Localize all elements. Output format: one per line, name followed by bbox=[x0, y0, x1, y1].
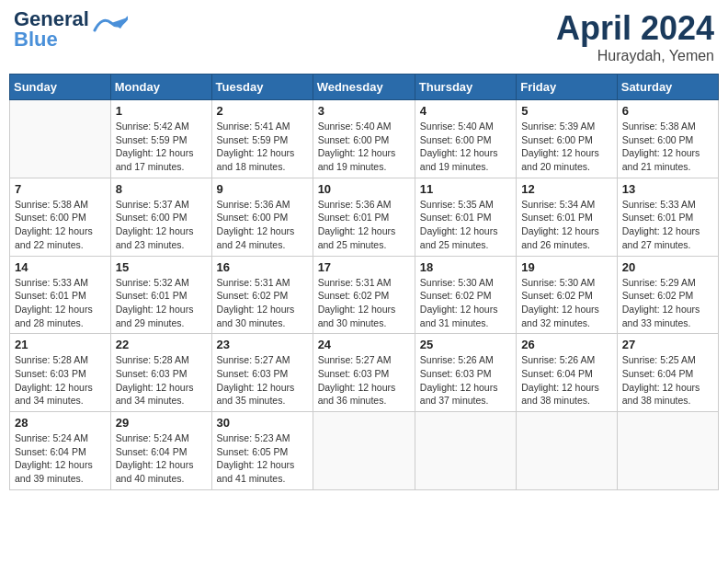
day-number: 10 bbox=[318, 182, 410, 196]
day-info: Sunrise: 5:24 AM Sunset: 6:04 PM Dayligh… bbox=[15, 431, 106, 486]
day-number: 2 bbox=[217, 104, 308, 118]
logo: General Blue bbox=[14, 9, 128, 50]
day-number: 8 bbox=[116, 182, 207, 196]
day-info: Sunrise: 5:26 AM Sunset: 6:04 PM Dayligh… bbox=[521, 353, 612, 408]
table-row: 3Sunrise: 5:40 AM Sunset: 6:00 PM Daylig… bbox=[313, 100, 415, 178]
day-info: Sunrise: 5:35 AM Sunset: 6:01 PM Dayligh… bbox=[420, 198, 511, 252]
day-info: Sunrise: 5:24 AM Sunset: 6:04 PM Dayligh… bbox=[116, 431, 207, 486]
day-info: Sunrise: 5:34 AM Sunset: 6:01 PM Dayligh… bbox=[521, 198, 612, 252]
day-number: 3 bbox=[318, 104, 410, 118]
day-info: Sunrise: 5:32 AM Sunset: 6:01 PM Dayligh… bbox=[116, 276, 207, 330]
location: Huraydah, Yemen bbox=[556, 48, 714, 64]
table-row: 16Sunrise: 5:31 AM Sunset: 6:02 PM Dayli… bbox=[211, 256, 313, 334]
day-number: 27 bbox=[622, 338, 713, 351]
day-number: 29 bbox=[116, 416, 207, 430]
day-info: Sunrise: 5:31 AM Sunset: 6:02 PM Dayligh… bbox=[217, 276, 308, 330]
table-row: 7Sunrise: 5:38 AM Sunset: 6:00 PM Daylig… bbox=[10, 178, 111, 256]
col-tuesday: Tuesday bbox=[211, 75, 313, 100]
calendar-week-row: 7Sunrise: 5:38 AM Sunset: 6:00 PM Daylig… bbox=[10, 178, 719, 256]
table-row: 5Sunrise: 5:39 AM Sunset: 6:00 PM Daylig… bbox=[517, 100, 618, 178]
calendar-week-row: 21Sunrise: 5:28 AM Sunset: 6:03 PM Dayli… bbox=[10, 334, 719, 412]
day-info: Sunrise: 5:36 AM Sunset: 6:00 PM Dayligh… bbox=[217, 198, 308, 252]
day-info: Sunrise: 5:26 AM Sunset: 6:03 PM Dayligh… bbox=[420, 353, 511, 408]
day-info: Sunrise: 5:29 AM Sunset: 6:02 PM Dayligh… bbox=[622, 276, 713, 330]
col-saturday: Saturday bbox=[617, 75, 718, 100]
table-row: 8Sunrise: 5:37 AM Sunset: 6:00 PM Daylig… bbox=[110, 178, 211, 256]
table-row: 14Sunrise: 5:33 AM Sunset: 6:01 PM Dayli… bbox=[10, 256, 111, 334]
day-info: Sunrise: 5:38 AM Sunset: 6:00 PM Dayligh… bbox=[15, 198, 106, 252]
day-info: Sunrise: 5:33 AM Sunset: 6:01 PM Dayligh… bbox=[15, 276, 106, 330]
day-info: Sunrise: 5:23 AM Sunset: 6:05 PM Dayligh… bbox=[217, 431, 308, 486]
col-wednesday: Wednesday bbox=[313, 75, 415, 100]
day-info: Sunrise: 5:25 AM Sunset: 6:04 PM Dayligh… bbox=[622, 353, 713, 408]
day-number: 30 bbox=[217, 416, 308, 430]
table-row: 23Sunrise: 5:27 AM Sunset: 6:03 PM Dayli… bbox=[211, 334, 313, 412]
day-info: Sunrise: 5:39 AM Sunset: 6:00 PM Dayligh… bbox=[521, 120, 612, 174]
table-row: 25Sunrise: 5:26 AM Sunset: 6:03 PM Dayli… bbox=[415, 334, 516, 412]
day-number: 17 bbox=[318, 260, 410, 274]
day-number: 26 bbox=[521, 338, 612, 351]
day-number: 12 bbox=[521, 182, 612, 196]
day-number: 5 bbox=[521, 104, 612, 118]
day-info: Sunrise: 5:37 AM Sunset: 6:00 PM Dayligh… bbox=[116, 198, 207, 252]
day-info: Sunrise: 5:30 AM Sunset: 6:02 PM Dayligh… bbox=[420, 276, 511, 330]
table-row: 26Sunrise: 5:26 AM Sunset: 6:04 PM Dayli… bbox=[517, 334, 618, 412]
calendar-header-row: Sunday Monday Tuesday Wednesday Thursday… bbox=[10, 75, 719, 100]
day-number: 11 bbox=[420, 182, 511, 196]
logo-general: General bbox=[14, 9, 89, 29]
table-row: 4Sunrise: 5:40 AM Sunset: 6:00 PM Daylig… bbox=[415, 100, 516, 178]
col-friday: Friday bbox=[517, 75, 618, 100]
table-row: 21Sunrise: 5:28 AM Sunset: 6:03 PM Dayli… bbox=[10, 334, 111, 412]
day-info: Sunrise: 5:36 AM Sunset: 6:01 PM Dayligh… bbox=[318, 198, 410, 252]
day-number: 6 bbox=[622, 104, 713, 118]
table-row bbox=[415, 412, 516, 490]
day-info: Sunrise: 5:28 AM Sunset: 6:03 PM Dayligh… bbox=[116, 353, 207, 408]
table-row: 20Sunrise: 5:29 AM Sunset: 6:02 PM Dayli… bbox=[617, 256, 718, 334]
day-number: 7 bbox=[15, 182, 106, 196]
col-monday: Monday bbox=[110, 75, 211, 100]
calendar-table: Sunday Monday Tuesday Wednesday Thursday… bbox=[9, 74, 719, 490]
calendar-week-row: 28Sunrise: 5:24 AM Sunset: 6:04 PM Dayli… bbox=[10, 412, 719, 490]
col-sunday: Sunday bbox=[10, 75, 111, 100]
table-row: 22Sunrise: 5:28 AM Sunset: 6:03 PM Dayli… bbox=[110, 334, 211, 412]
day-info: Sunrise: 5:28 AM Sunset: 6:03 PM Dayligh… bbox=[15, 353, 106, 408]
day-info: Sunrise: 5:31 AM Sunset: 6:02 PM Dayligh… bbox=[318, 276, 410, 330]
day-number: 4 bbox=[420, 104, 511, 118]
logo-icon bbox=[93, 14, 128, 34]
col-thursday: Thursday bbox=[415, 75, 516, 100]
day-number: 14 bbox=[15, 260, 106, 274]
table-row: 6Sunrise: 5:38 AM Sunset: 6:00 PM Daylig… bbox=[617, 100, 718, 178]
day-number: 19 bbox=[521, 260, 612, 274]
day-number: 23 bbox=[217, 338, 308, 351]
table-row bbox=[617, 412, 718, 490]
day-number: 28 bbox=[15, 416, 106, 430]
table-row: 12Sunrise: 5:34 AM Sunset: 6:01 PM Dayli… bbox=[517, 178, 618, 256]
day-info: Sunrise: 5:27 AM Sunset: 6:03 PM Dayligh… bbox=[318, 353, 410, 408]
day-number: 22 bbox=[116, 338, 207, 351]
day-number: 20 bbox=[622, 260, 713, 274]
table-row: 24Sunrise: 5:27 AM Sunset: 6:03 PM Dayli… bbox=[313, 334, 415, 412]
table-row bbox=[313, 412, 415, 490]
day-number: 15 bbox=[116, 260, 207, 274]
table-row: 9Sunrise: 5:36 AM Sunset: 6:00 PM Daylig… bbox=[211, 178, 313, 256]
day-number: 9 bbox=[217, 182, 308, 196]
table-row: 27Sunrise: 5:25 AM Sunset: 6:04 PM Dayli… bbox=[617, 334, 718, 412]
day-number: 25 bbox=[420, 338, 511, 351]
day-number: 16 bbox=[217, 260, 308, 274]
month-title: April 2024 bbox=[556, 9, 714, 48]
day-number: 13 bbox=[622, 182, 713, 196]
table-row: 15Sunrise: 5:32 AM Sunset: 6:01 PM Dayli… bbox=[110, 256, 211, 334]
day-info: Sunrise: 5:33 AM Sunset: 6:01 PM Dayligh… bbox=[622, 198, 713, 252]
day-number: 24 bbox=[318, 338, 410, 351]
table-row: 2Sunrise: 5:41 AM Sunset: 5:59 PM Daylig… bbox=[211, 100, 313, 178]
table-row: 18Sunrise: 5:30 AM Sunset: 6:02 PM Dayli… bbox=[415, 256, 516, 334]
title-block: April 2024 Huraydah, Yemen bbox=[556, 9, 714, 64]
day-number: 21 bbox=[15, 338, 106, 351]
table-row: 30Sunrise: 5:23 AM Sunset: 6:05 PM Dayli… bbox=[211, 412, 313, 490]
logo-blue: Blue bbox=[14, 29, 89, 50]
table-row: 29Sunrise: 5:24 AM Sunset: 6:04 PM Dayli… bbox=[110, 412, 211, 490]
table-row: 1Sunrise: 5:42 AM Sunset: 5:59 PM Daylig… bbox=[110, 100, 211, 178]
day-info: Sunrise: 5:30 AM Sunset: 6:02 PM Dayligh… bbox=[521, 276, 612, 330]
day-info: Sunrise: 5:40 AM Sunset: 6:00 PM Dayligh… bbox=[318, 120, 410, 174]
table-row: 17Sunrise: 5:31 AM Sunset: 6:02 PM Dayli… bbox=[313, 256, 415, 334]
